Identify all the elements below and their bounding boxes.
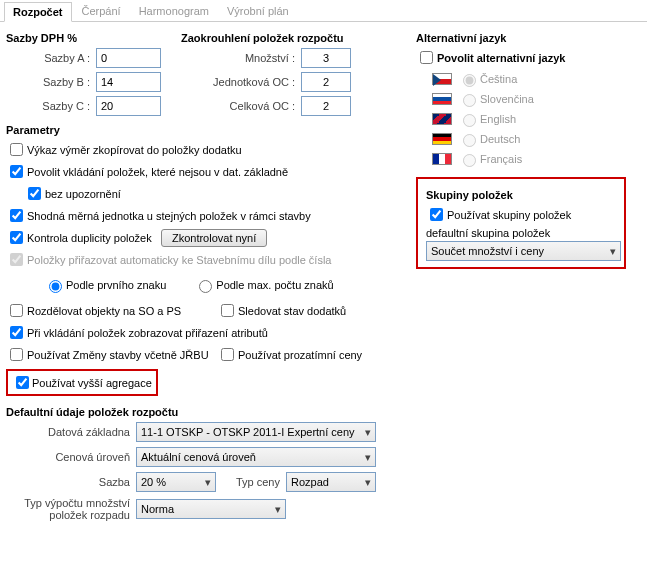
povolit-vkladani-label: Povolit vkládání položek, které nejsou v… xyxy=(27,166,288,178)
lang-de-label: Deutsch xyxy=(480,133,520,145)
tabs: Rozpočet Čerpání Harmonogram Výrobní plá… xyxy=(0,0,647,22)
zmeny-check[interactable] xyxy=(10,348,23,361)
vykaz-check[interactable] xyxy=(10,143,23,156)
shodna-check[interactable] xyxy=(10,209,23,222)
povolit-vkladani-check[interactable] xyxy=(10,165,23,178)
sazby-a-input[interactable] xyxy=(96,48,161,68)
podle-prvniho-radio[interactable]: Podle prvního znaku xyxy=(44,277,166,293)
prozatimni-label: Používat prozatímní ceny xyxy=(238,349,362,361)
lang-cz-label: Čeština xyxy=(480,73,517,85)
kontrola-label: Kontrola duplicity položek xyxy=(27,232,152,244)
params-title: Parametry xyxy=(6,124,406,136)
zkontrolovat-button[interactable]: Zkontrolovat nyní xyxy=(161,229,267,247)
sazby-b-input[interactable] xyxy=(96,72,161,92)
vyssi-highlight: Používat vyšší agregace xyxy=(6,369,158,396)
flag-sk-icon xyxy=(432,93,452,105)
default-skupina-label: defaultní skupina položek xyxy=(426,227,616,239)
flag-fr-icon xyxy=(432,153,452,165)
sazby-b-label: Sazby B : xyxy=(6,76,96,88)
datova-select[interactable]: 11-1 OTSKP - OTSKP 2011-I Expertní ceny xyxy=(136,422,376,442)
povolit-lang-label: Povolit alternativní jazyk xyxy=(437,52,565,64)
datova-label: Datová základna xyxy=(6,426,136,438)
default-skupina-select[interactable]: Součet množství i ceny xyxy=(426,241,621,261)
groups-title: Skupiny položek xyxy=(426,189,616,201)
prirazovat-label: Položky přiřazovat automaticky ke Staveb… xyxy=(27,254,331,266)
sazby-c-label: Sazby C : xyxy=(6,100,96,112)
sazby-a-label: Sazby A : xyxy=(6,52,96,64)
lang-fr-radio[interactable]: Français xyxy=(458,151,522,167)
lang-en-radio[interactable]: English xyxy=(458,111,516,127)
jednotkova-input[interactable] xyxy=(301,72,351,92)
flag-de-icon xyxy=(432,133,452,145)
mnozstvi-input[interactable] xyxy=(301,48,351,68)
flag-cz-icon xyxy=(432,73,452,85)
typ-ceny-label: Typ ceny xyxy=(216,476,286,488)
sazby-title: Sazby DPH % xyxy=(6,32,161,44)
sledovat-check[interactable] xyxy=(221,304,234,317)
sazba-select[interactable]: 20 % xyxy=(136,472,216,492)
tab-cerpani[interactable]: Čerpání xyxy=(74,2,129,21)
typ-ceny-select[interactable]: Rozpad xyxy=(286,472,376,492)
bez-upozorneni-label: bez upozornění xyxy=(45,188,121,200)
povolit-lang-check[interactable] xyxy=(420,51,433,64)
tab-vyrobni-plan[interactable]: Výrobní plán xyxy=(219,2,297,21)
sazba-label: Sazba xyxy=(6,476,136,488)
shodna-label: Shodná měrná jednotka u stejných položek… xyxy=(27,210,311,222)
podle-prvniho-label: Podle prvního znaku xyxy=(66,279,166,291)
round-title: Zaokrouhlení položek rozpočtu xyxy=(181,32,351,44)
rozdelovat-label: Rozdělovat objekty na SO a PS xyxy=(27,305,217,317)
sazby-c-input[interactable] xyxy=(96,96,161,116)
jednotkova-label: Jednotková OC : xyxy=(181,76,301,88)
vyssi-check[interactable] xyxy=(16,376,29,389)
pouzivat-skupiny-label: Používat skupiny položek xyxy=(447,209,571,221)
podle-max-label: Podle max. počtu znaků xyxy=(216,279,333,291)
tab-rozpocet[interactable]: Rozpočet xyxy=(4,2,72,22)
zmeny-label: Používat Změny stavby včetně JŘBU xyxy=(27,349,217,361)
defaults-title: Defaultní údaje položek rozpočtu xyxy=(6,406,406,418)
lang-cz-radio[interactable]: Čeština xyxy=(458,71,517,87)
pri-vkladani-label: Při vkládání položek zobrazovat přiřazen… xyxy=(27,327,268,339)
prirazovat-check xyxy=(10,253,23,266)
bez-upozorneni-check[interactable] xyxy=(28,187,41,200)
rozdelovat-check[interactable] xyxy=(10,304,23,317)
podle-max-radio[interactable]: Podle max. počtu znaků xyxy=(194,277,333,293)
cenova-select[interactable]: Aktuální cenová úroveň xyxy=(136,447,376,467)
pri-vkladani-check[interactable] xyxy=(10,326,23,339)
lang-en-label: English xyxy=(480,113,516,125)
pouzivat-skupiny-check[interactable] xyxy=(430,208,443,221)
cenova-label: Cenová úroveň xyxy=(6,451,136,463)
sledovat-label: Sledovat stav dodatků xyxy=(238,305,346,317)
flag-en-icon xyxy=(432,113,452,125)
typ-vypoctu-select[interactable]: Norma xyxy=(136,499,286,519)
vykaz-label: Výkaz výměr zkopírovat do položky dodatk… xyxy=(27,144,242,156)
celkova-label: Celková OC : xyxy=(181,100,301,112)
kontrola-check[interactable] xyxy=(10,231,23,244)
lang-title: Alternativní jazyk xyxy=(416,32,626,44)
celkova-input[interactable] xyxy=(301,96,351,116)
tab-harmonogram[interactable]: Harmonogram xyxy=(131,2,217,21)
prozatimni-check[interactable] xyxy=(221,348,234,361)
typ-vypoctu-label: Typ výpočtu množství položek rozpadu xyxy=(6,497,136,521)
lang-sk-radio[interactable]: Slovenčina xyxy=(458,91,534,107)
lang-sk-label: Slovenčina xyxy=(480,93,534,105)
mnozstvi-label: Množství : xyxy=(181,52,301,64)
lang-de-radio[interactable]: Deutsch xyxy=(458,131,520,147)
lang-fr-label: Français xyxy=(480,153,522,165)
groups-highlight: Skupiny položek Používat skupiny položek… xyxy=(416,177,626,269)
vyssi-label: Používat vyšší agregace xyxy=(32,377,152,389)
